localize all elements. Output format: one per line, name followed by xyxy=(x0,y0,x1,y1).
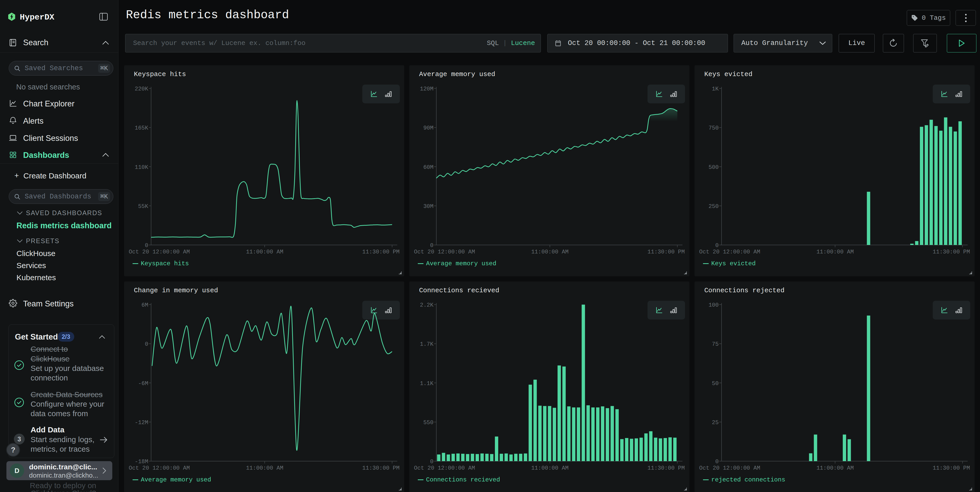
svg-text:Oct 20 12:00:00 AM: Oct 20 12:00:00 AM xyxy=(699,465,760,471)
svg-text:11:30:00 PM: 11:30:00 PM xyxy=(362,249,399,255)
svg-text:0: 0 xyxy=(145,341,148,347)
svg-text:11:30:00 PM: 11:30:00 PM xyxy=(648,249,685,255)
svg-text:-12M: -12M xyxy=(135,419,148,426)
svg-text:11:00:00 AM: 11:00:00 AM xyxy=(816,465,854,471)
svg-text:165K: 165K xyxy=(135,125,148,131)
svg-text:Oct 20 12:00:00 AM: Oct 20 12:00:00 AM xyxy=(129,249,190,255)
svg-text:110K: 110K xyxy=(135,164,148,171)
svg-text:Oct 20 12:00:00 AM: Oct 20 12:00:00 AM xyxy=(699,249,760,255)
svg-text:500: 500 xyxy=(708,164,719,171)
svg-text:25: 25 xyxy=(712,419,719,426)
svg-text:100: 100 xyxy=(708,302,719,309)
svg-text:250: 250 xyxy=(708,203,719,210)
svg-text:60M: 60M xyxy=(423,164,433,171)
svg-text:11:30:00 PM: 11:30:00 PM xyxy=(648,465,685,471)
svg-text:2.2K: 2.2K xyxy=(420,302,434,309)
svg-text:11:00:00 AM: 11:00:00 AM xyxy=(531,249,568,255)
svg-text:6M: 6M xyxy=(142,302,148,309)
svg-text:30M: 30M xyxy=(423,203,433,210)
svg-text:Oct 20 12:00:00 AM: Oct 20 12:00:00 AM xyxy=(129,465,190,471)
svg-text:50: 50 xyxy=(712,381,719,387)
svg-text:Oct 20 12:00:00 AM: Oct 20 12:00:00 AM xyxy=(414,465,475,471)
svg-text:220K: 220K xyxy=(135,86,148,92)
svg-text:120M: 120M xyxy=(420,86,433,92)
svg-text:11:00:00 AM: 11:00:00 AM xyxy=(816,249,854,255)
svg-text:11:30:00 PM: 11:30:00 PM xyxy=(362,465,399,471)
svg-text:0: 0 xyxy=(430,242,433,249)
svg-text:11:30:00 PM: 11:30:00 PM xyxy=(933,249,970,255)
svg-text:11:30:00 PM: 11:30:00 PM xyxy=(933,465,970,471)
svg-text:90M: 90M xyxy=(423,125,433,131)
svg-text:0: 0 xyxy=(715,459,719,465)
svg-text:0: 0 xyxy=(145,242,148,249)
svg-text:1.1K: 1.1K xyxy=(420,381,434,387)
svg-text:55K: 55K xyxy=(138,203,148,210)
svg-text:Oct 20 12:00:00 AM: Oct 20 12:00:00 AM xyxy=(414,249,475,255)
svg-text:11:00:00 AM: 11:00:00 AM xyxy=(246,249,283,255)
svg-text:11:00:00 AM: 11:00:00 AM xyxy=(531,465,568,471)
svg-text:0: 0 xyxy=(715,242,719,249)
svg-text:-6M: -6M xyxy=(138,381,148,387)
svg-text:550: 550 xyxy=(423,419,433,426)
svg-text:750: 750 xyxy=(708,125,719,131)
svg-text:11:00:00 AM: 11:00:00 AM xyxy=(246,465,283,471)
svg-text:0: 0 xyxy=(430,459,433,465)
svg-text:-18M: -18M xyxy=(135,459,148,465)
svg-text:1.7K: 1.7K xyxy=(420,341,434,347)
svg-text:1K: 1K xyxy=(712,86,719,92)
svg-text:75: 75 xyxy=(712,341,719,347)
